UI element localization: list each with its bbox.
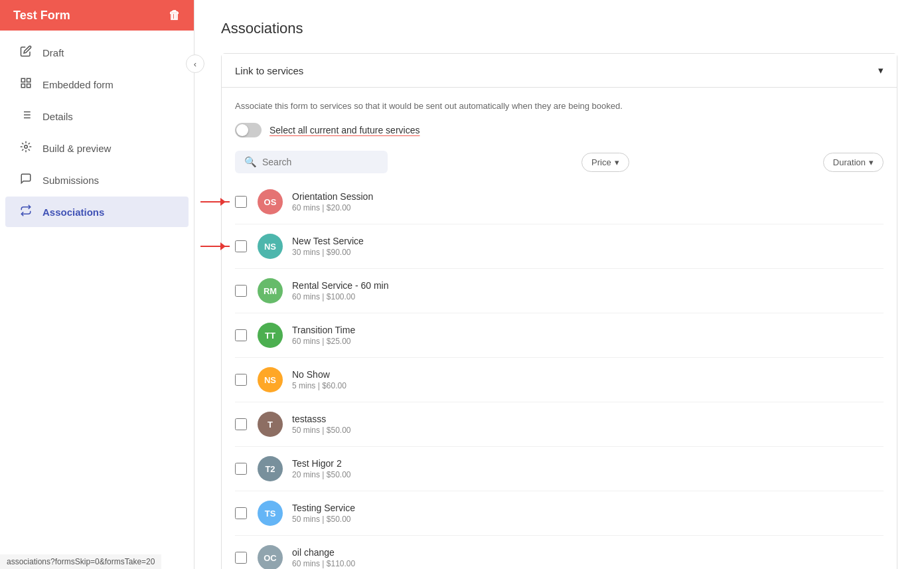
service-name: testasss (292, 414, 884, 424)
sidebar-item-submissions[interactable]: Submissions (5, 165, 189, 195)
duration-filter-label: Duration (833, 157, 866, 167)
service-checkbox[interactable] (235, 285, 247, 297)
duration-filter-button[interactable]: Duration ▾ (823, 153, 884, 172)
service-avatar: OS (258, 189, 283, 214)
sidebar-item-details[interactable]: Details (5, 101, 189, 131)
service-name: Orientation Session (292, 191, 884, 202)
sidebar-header: Test Form 🗑 (0, 0, 194, 31)
sidebar-item-draft[interactable]: Draft (5, 37, 189, 68)
toggle-thumb (236, 124, 248, 136)
service-row: NS New Test Service 30 mins | $90.00 (235, 224, 884, 269)
service-avatar: NS (258, 367, 283, 392)
service-avatar: TT (258, 323, 283, 348)
sidebar-item-embedded[interactable]: Embedded form (5, 69, 189, 100)
sidebar-item-label: Draft (42, 47, 64, 58)
service-checkbox[interactable] (235, 329, 247, 341)
service-avatar: OC (258, 545, 283, 569)
service-meta: 60 mins | $20.00 (292, 203, 884, 212)
service-row: T2 Test Higor 2 20 mins | $50.00 (235, 447, 884, 491)
service-checkbox[interactable] (235, 552, 247, 564)
price-filter-button[interactable]: Price ▾ (581, 153, 629, 172)
toggle-track[interactable] (235, 123, 262, 137)
link-to-services-panel: Link to services ▾ Associate this form t… (221, 53, 897, 569)
sidebar-item-label: Associations (42, 206, 104, 218)
search-input[interactable] (262, 157, 378, 167)
details-icon (19, 109, 33, 123)
sidebar-nav: Draft Embedded form Details Build & prev… (0, 31, 194, 569)
service-name: New Test Service (292, 236, 884, 246)
service-info: testasss 50 mins | $50.00 (292, 414, 884, 435)
service-name: oil change (292, 547, 884, 558)
sidebar: Test Form 🗑 Draft Embedded form Details … (0, 0, 194, 569)
service-info: Transition Time 60 mins | $25.00 (292, 325, 884, 346)
sidebar-item-label: Submissions (42, 175, 99, 186)
service-row: OS Orientation Session 60 mins | $20.00 (235, 180, 884, 224)
service-row: OC oil change 60 mins | $110.00 (235, 536, 884, 569)
service-row: NS No Show 5 mins | $60.00 (235, 358, 884, 402)
service-list: OS Orientation Session 60 mins | $20.00 … (235, 180, 884, 569)
svg-rect-3 (27, 84, 31, 88)
service-avatar: RM (258, 278, 283, 303)
chevron-down-icon: ▾ (878, 64, 884, 76)
panel-body: Associate this form to services so that … (222, 88, 897, 569)
service-avatar: TS (258, 501, 283, 526)
service-name: Transition Time (292, 325, 884, 335)
service-name: No Show (292, 369, 884, 380)
arrow-indicator (200, 197, 230, 207)
build-icon (19, 141, 33, 155)
sidebar-item-label: Details (42, 111, 73, 122)
svg-rect-0 (21, 78, 25, 82)
svg-rect-1 (27, 78, 31, 82)
service-meta: 5 mins | $60.00 (292, 381, 884, 390)
service-meta: 50 mins | $50.00 (292, 515, 884, 524)
search-icon: 🔍 (244, 156, 257, 168)
panel-header[interactable]: Link to services ▾ (222, 54, 897, 88)
service-checkbox[interactable] (235, 196, 247, 208)
svg-point-10 (25, 145, 28, 149)
service-checkbox[interactable] (235, 240, 247, 252)
embedded-icon (19, 77, 33, 92)
sidebar-collapse-button[interactable]: ‹ (186, 54, 204, 73)
sidebar-title: Test Form (13, 9, 70, 23)
service-name: Rental Service - 60 min (292, 280, 884, 291)
service-checkbox[interactable] (235, 374, 247, 386)
url-text: associations?formsSkip=0&formsTake=20 (7, 557, 155, 566)
service-meta: 30 mins | $90.00 (292, 248, 884, 257)
service-row: TS Testing Service 50 mins | $50.00 (235, 491, 884, 536)
service-name: Test Higor 2 (292, 458, 884, 469)
service-checkbox[interactable] (235, 507, 247, 519)
arrow-indicator (200, 241, 230, 252)
sidebar-item-label: Build & preview (42, 143, 111, 154)
sidebar-item-associations[interactable]: Associations (5, 197, 189, 227)
page-title: Associations (221, 20, 897, 37)
service-checkbox[interactable] (235, 463, 247, 475)
service-info: New Test Service 30 mins | $90.00 (292, 236, 884, 257)
service-info: oil change 60 mins | $110.00 (292, 547, 884, 568)
main-content: Associations Link to services ▾ Associat… (194, 0, 924, 569)
price-chevron-icon: ▾ (615, 157, 619, 167)
duration-chevron-icon: ▾ (869, 157, 874, 167)
sidebar-item-label: Embedded form (42, 79, 114, 90)
search-box: 🔍 (235, 151, 388, 173)
service-avatar: T2 (258, 456, 283, 481)
service-avatar: NS (258, 234, 283, 259)
select-all-toggle[interactable] (235, 123, 262, 137)
service-meta: 60 mins | $25.00 (292, 337, 884, 346)
url-bar: associations?formsSkip=0&formsTake=20 (0, 554, 161, 569)
draft-icon (19, 45, 33, 60)
price-filter-label: Price (591, 157, 611, 167)
service-info: Test Higor 2 20 mins | $50.00 (292, 458, 884, 479)
panel-header-label: Link to services (235, 65, 303, 76)
service-info: No Show 5 mins | $60.00 (292, 369, 884, 390)
delete-icon[interactable]: 🗑 (169, 9, 181, 23)
panel-description: Associate this form to services so that … (235, 101, 884, 111)
service-meta: 20 mins | $50.00 (292, 470, 884, 479)
sidebar-item-build[interactable]: Build & preview (5, 133, 189, 163)
service-checkbox[interactable] (235, 418, 247, 430)
service-row: T testasss 50 mins | $50.00 (235, 402, 884, 447)
submissions-icon (19, 173, 33, 187)
service-name: Testing Service (292, 503, 884, 513)
toggle-row: Select all current and future services (235, 123, 884, 137)
service-row: TT Transition Time 60 mins | $25.00 (235, 313, 884, 358)
search-filter-row: 🔍 Price ▾ Duration ▾ (235, 151, 884, 173)
